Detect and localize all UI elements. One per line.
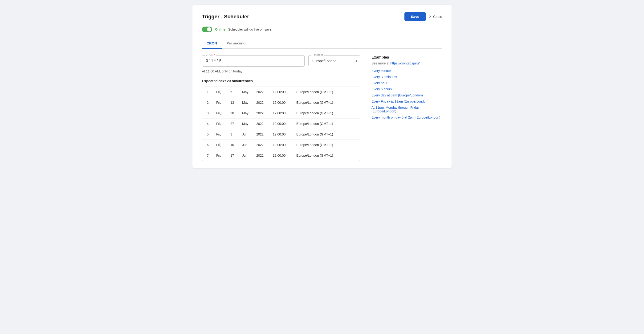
example-link[interactable]: Every minute <box>372 69 442 73</box>
occurrence-month: May <box>242 90 256 94</box>
form-row: CRON * Timezone Europe/London UTC Americ… <box>202 55 360 67</box>
table-row: 2 Fri, 13 May 2022 12:00:00 Europe/Londo… <box>202 97 360 108</box>
example-link[interactable]: At 11pm, Monday through Friday (Europe/L… <box>372 106 442 113</box>
left-panel: CRON * Timezone Europe/London UTC Americ… <box>202 55 360 161</box>
header-actions: Save ✕ Close <box>404 12 442 21</box>
online-row: Online Scheduler will go live on save. <box>202 26 442 32</box>
occurrences-table: 1 Fri, 6 May 2022 12:00:00 Europe/London… <box>202 87 360 161</box>
table-row: 3 Fri, 20 May 2022 12:00:00 Europe/Londo… <box>202 108 360 119</box>
occurrence-tz: Europe/London (GMT+1) <box>296 132 355 136</box>
cron-field-label: CRON * <box>205 53 216 56</box>
table-row: 7 Fri, 17 Jun 2022 12:00:00 Europe/Londo… <box>202 150 360 161</box>
close-label: Close <box>433 14 442 18</box>
occurrence-tz: Europe/London (GMT+1) <box>296 154 355 157</box>
occurrence-year: 2022 <box>256 122 273 126</box>
occurrence-year: 2022 <box>256 111 273 115</box>
main-content: CRON * Timezone Europe/London UTC Americ… <box>202 55 442 161</box>
occurrence-day: Fri, <box>216 132 230 136</box>
cron-description: At 11:00 AM, only on Friday <box>202 69 360 73</box>
occurrence-day: Fri, <box>216 101 230 104</box>
timezone-select[interactable]: Europe/London UTC America/New_York Ameri… <box>308 55 360 66</box>
occurrence-day: Fri, <box>216 143 230 147</box>
table-row: 4 Fri, 27 May 2022 12:00:00 Europe/Londo… <box>202 119 360 129</box>
occurrence-tz: Europe/London (GMT+1) <box>296 122 355 126</box>
example-link[interactable]: Every 30 minutes <box>372 75 442 79</box>
occurrence-time: 12:00:00 <box>273 122 296 126</box>
occurrence-num: 6 <box>207 143 216 147</box>
timezone-label: Timezone <box>311 53 324 56</box>
occurrence-date: 17 <box>230 154 242 157</box>
occurrence-month: May <box>242 101 256 104</box>
example-link[interactable]: Every day at 8am (Europe/London) <box>372 93 442 97</box>
occurrence-day: Fri, <box>216 111 230 115</box>
occurrence-time: 12:00:00 <box>273 101 296 104</box>
table-row: 5 Fri, 3 Jun 2022 12:00:00 Europe/London… <box>202 129 360 140</box>
close-button[interactable]: ✕ Close <box>429 14 442 19</box>
crontab-guru-link[interactable]: https://crontab.guru/ <box>390 61 420 65</box>
page-title: Trigger - Scheduler <box>202 14 249 20</box>
occurrences-title: Expected next 20 occurrences <box>202 79 360 83</box>
online-label: Online <box>215 27 226 31</box>
required-marker: * <box>214 53 215 56</box>
page-container: Trigger - Scheduler Save ✕ Close Online … <box>192 5 452 168</box>
cron-field-wrap: CRON * <box>202 55 304 67</box>
see-more-text: See more at https://crontab.guru/ <box>372 61 442 65</box>
occurrence-date: 27 <box>230 122 242 126</box>
occurrence-num: 2 <box>207 101 216 104</box>
occurrence-month: May <box>242 111 256 115</box>
example-links: Every minuteEvery 30 minutesEvery hourEv… <box>372 69 442 119</box>
occurrence-time: 12:00:00 <box>273 132 296 136</box>
occurrence-time: 12:00:00 <box>273 154 296 157</box>
occurrence-year: 2022 <box>256 154 273 157</box>
occurrence-tz: Europe/London (GMT+1) <box>296 90 355 94</box>
occurrence-date: 13 <box>230 101 242 104</box>
timezone-wrap: Timezone Europe/London UTC America/New_Y… <box>308 55 360 67</box>
occurrence-year: 2022 <box>256 132 273 136</box>
occurrence-year: 2022 <box>256 143 273 147</box>
table-row: 1 Fri, 6 May 2022 12:00:00 Europe/London… <box>202 87 360 97</box>
occurrence-month: Jun <box>242 154 256 157</box>
example-link[interactable]: Every hour <box>372 81 442 85</box>
occurrence-month: Jun <box>242 143 256 147</box>
online-description: Scheduler will go live on save. <box>228 27 272 31</box>
tab-cron[interactable]: CRON <box>202 39 222 49</box>
occurrence-time: 12:00:00 <box>273 143 296 147</box>
toggle-thumb <box>207 27 211 31</box>
occurrence-tz: Europe/London (GMT+1) <box>296 111 355 115</box>
example-link[interactable]: Every Friday at 11am (Europe/London) <box>372 100 442 103</box>
right-panel: Examples See more at https://crontab.gur… <box>372 55 442 161</box>
occurrence-num: 7 <box>207 154 216 157</box>
occurrence-tz: Europe/London (GMT+1) <box>296 143 355 147</box>
close-x-icon: ✕ <box>429 14 432 19</box>
occurrence-day: Fri, <box>216 154 230 157</box>
occurrence-year: 2022 <box>256 101 273 104</box>
occurrence-date: 20 <box>230 111 242 115</box>
example-link[interactable]: Every 6 hours <box>372 87 442 91</box>
occurrence-num: 5 <box>207 132 216 136</box>
occurrence-tz: Europe/London (GMT+1) <box>296 101 355 104</box>
occurrence-date: 3 <box>230 132 242 136</box>
occurrence-date: 6 <box>230 90 242 94</box>
tabs-bar: CRON Per second <box>202 39 442 49</box>
occurrence-time: 12:00:00 <box>273 90 296 94</box>
occurrence-num: 4 <box>207 122 216 126</box>
occurrence-month: Jun <box>242 132 256 136</box>
occurrence-day: Fri, <box>216 122 230 126</box>
save-button[interactable]: Save <box>404 12 426 21</box>
occurrence-month: May <box>242 122 256 126</box>
occurrence-date: 10 <box>230 143 242 147</box>
online-toggle[interactable] <box>202 26 212 32</box>
tab-per-second[interactable]: Per second <box>222 39 250 49</box>
examples-title: Examples <box>372 55 442 59</box>
table-row: 6 Fri, 10 Jun 2022 12:00:00 Europe/Londo… <box>202 140 360 150</box>
occurrence-time: 12:00:00 <box>273 111 296 115</box>
cron-input[interactable] <box>202 55 304 67</box>
occurrence-year: 2022 <box>256 90 273 94</box>
occurrence-num: 3 <box>207 111 216 115</box>
example-link[interactable]: Every month on day 5 at 2pm (Europe/Lond… <box>372 116 442 119</box>
header: Trigger - Scheduler Save ✕ Close <box>202 12 442 21</box>
occurrence-day: Fri, <box>216 90 230 94</box>
occurrence-num: 1 <box>207 90 216 94</box>
